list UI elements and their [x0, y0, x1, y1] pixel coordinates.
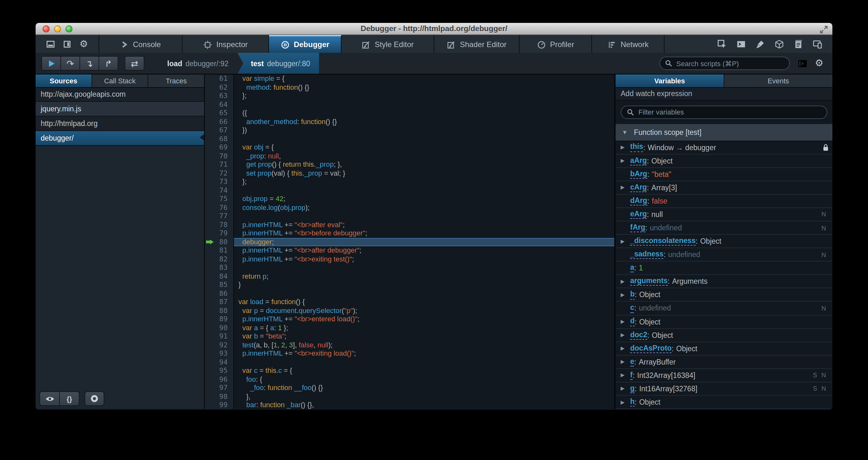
line-number[interactable]: 69 — [205, 143, 234, 152]
line-number[interactable]: 98 — [205, 392, 234, 401]
step-in-button[interactable]: ↴ — [80, 56, 99, 70]
line-number[interactable]: 91 — [205, 332, 234, 341]
zoom-window-button[interactable] — [65, 25, 72, 32]
line-number[interactable]: 86 — [205, 289, 234, 298]
line-number[interactable]: 70 — [205, 152, 234, 160]
line-number[interactable]: 87 — [205, 298, 234, 306]
source-item[interactable]: jquery.min.js — [36, 102, 204, 117]
tab-debugger[interactable]: Debugger — [269, 35, 342, 53]
line-number[interactable]: 90 — [205, 323, 234, 332]
variable-row-_sadness[interactable]: _sadness: undefinedN — [616, 248, 832, 261]
line-number[interactable]: 82 — [205, 255, 234, 263]
resize-icon[interactable] — [820, 25, 828, 36]
line-number[interactable]: 63 — [205, 92, 234, 100]
line-number[interactable]: 88 — [205, 306, 234, 315]
scratchpad-icon[interactable] — [794, 39, 803, 49]
panel-tab-variables[interactable]: Variables — [616, 75, 724, 87]
line-number[interactable]: 93 — [205, 349, 234, 358]
line-number[interactable]: 72 — [205, 169, 234, 177]
scope-header[interactable]: ▼ Function scope [test] — [616, 124, 832, 141]
variable-row-bArg[interactable]: bArg: "beta" — [616, 168, 832, 181]
resume-button[interactable] — [41, 56, 61, 70]
variable-row-_disconsolateness[interactable]: ▶_disconsolateness: Object — [616, 235, 832, 248]
code-editor[interactable]: 6162636465666768697071727374757677787980… — [205, 75, 616, 409]
panel-tab-events[interactable]: Events — [724, 75, 832, 87]
tab-inspector[interactable]: Inspector — [183, 35, 269, 53]
sidebar-tab-call-stack[interactable]: Call Stack — [92, 75, 148, 87]
pick-element-icon[interactable] — [717, 39, 727, 49]
variable-row-aArg[interactable]: ▶aArg: Object — [616, 154, 832, 168]
line-number[interactable]: 76 — [205, 203, 234, 212]
line-number[interactable]: 96 — [205, 375, 234, 384]
line-number[interactable]: 99 — [205, 401, 234, 409]
variable-row-this[interactable]: ▶this: Window → debugger — [616, 141, 832, 154]
variable-row-c[interactable]: c: undefinedN — [616, 302, 832, 315]
line-number[interactable]: 66 — [205, 117, 234, 126]
tilt-3d-icon[interactable] — [775, 39, 784, 49]
variable-row-a[interactable]: a: 1 — [616, 261, 832, 275]
toggle-breakpoints-button[interactable] — [85, 391, 104, 406]
dock-bottom-icon[interactable] — [46, 40, 55, 48]
line-number[interactable]: 83 — [205, 263, 234, 272]
line-number[interactable]: 81 — [205, 246, 234, 255]
variable-row-d[interactable]: ▶d: Object — [616, 315, 832, 328]
variable-row-f[interactable]: ▶f: Int32Array[16384]S N — [616, 369, 832, 382]
variable-row-dArg[interactable]: dArg: false — [616, 195, 832, 208]
debugger-options-gear-icon[interactable]: ⚙ — [815, 59, 824, 68]
breadcrumb-load[interactable]: loaddebugger/:92 — [158, 53, 238, 74]
source-item[interactable]: http://ajax.googleapis.com — [36, 87, 204, 102]
toolbox-options-gear-icon[interactable]: ⚙ — [80, 39, 88, 49]
variable-row-arguments[interactable]: ▶arguments: Arguments — [616, 275, 832, 289]
step-out-button[interactable]: ↱ — [99, 56, 118, 70]
filter-variables-input[interactable] — [621, 105, 827, 119]
responsive-mode-icon[interactable] — [813, 39, 822, 49]
line-number[interactable]: 79 — [205, 229, 234, 238]
line-number[interactable]: 64 — [205, 100, 234, 109]
line-number[interactable]: 80 — [205, 238, 234, 246]
line-number[interactable]: 75 — [205, 195, 234, 203]
pretty-print-button[interactable]: {} — [59, 391, 80, 406]
variable-row-h[interactable]: ▶h: Object — [616, 396, 832, 409]
line-number[interactable]: 62 — [205, 83, 234, 92]
line-number[interactable]: 78 — [205, 221, 234, 229]
split-console-icon[interactable] — [736, 39, 746, 49]
source-item[interactable]: http://htmlpad.org — [36, 116, 204, 131]
line-number[interactable]: 71 — [205, 160, 234, 169]
titlebar[interactable]: Debugger - http://htmlpad.org/debugger/ — [36, 23, 832, 35]
search-scripts-input[interactable] — [659, 57, 789, 70]
tab-profiler[interactable]: Profiler — [520, 35, 592, 53]
tab-style-editor[interactable]: Style Editor — [342, 35, 435, 53]
tab-network[interactable]: Network — [592, 35, 665, 53]
sidebar-tab-sources[interactable]: Sources — [36, 75, 92, 87]
tab-console[interactable]: Console — [99, 35, 183, 53]
source-item[interactable]: debugger/ — [36, 131, 204, 146]
line-number[interactable]: 74 — [205, 186, 234, 195]
pause-on-exceptions-button[interactable] — [39, 391, 60, 406]
line-number[interactable]: 73 — [205, 177, 234, 186]
variable-row-b[interactable]: ▶b: Object — [616, 289, 832, 302]
line-number[interactable]: 84 — [205, 272, 234, 281]
dock-side-icon[interactable] — [64, 40, 70, 48]
sidebar-tab-traces[interactable]: Traces — [149, 75, 204, 87]
add-watch-expression[interactable]: Add watch expression — [616, 87, 832, 100]
line-number[interactable]: 89 — [205, 315, 234, 323]
line-number[interactable]: 65 — [205, 109, 234, 117]
variable-row-doc2[interactable]: ▶doc2: Object — [616, 328, 832, 342]
variable-row-cArg[interactable]: ▶cArg: Array[3] — [616, 181, 832, 194]
step-over-button[interactable]: ↷ — [60, 56, 80, 70]
close-window-button[interactable] — [42, 25, 50, 32]
panel-toggle-icon[interactable] — [798, 59, 807, 67]
variable-row-fArg[interactable]: fArg: undefinedN — [616, 222, 832, 235]
variable-row-e[interactable]: ▶e: ArrayBuffer — [616, 356, 832, 369]
variable-row-docAsProto[interactable]: ▶docAsProto: Object — [616, 342, 832, 355]
breadcrumb-test[interactable]: testdebugger/:80 — [238, 53, 319, 74]
line-number[interactable]: 97 — [205, 384, 234, 392]
line-number[interactable]: 95 — [205, 367, 234, 375]
minimize-window-button[interactable] — [54, 25, 61, 32]
line-number[interactable]: 94 — [205, 358, 234, 367]
variable-row-eArg[interactable]: eArg: nullN — [616, 208, 832, 222]
line-number[interactable]: 85 — [205, 281, 234, 289]
line-number[interactable]: 92 — [205, 341, 234, 349]
line-number[interactable]: 61 — [205, 75, 234, 83]
blackbox-toggle-button[interactable]: ⇄ — [125, 56, 144, 70]
